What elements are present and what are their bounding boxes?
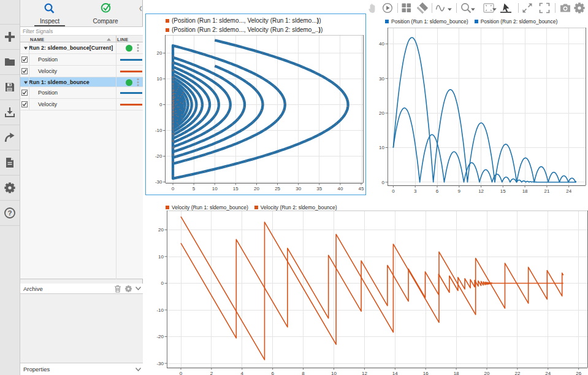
svg-text:4: 4: [241, 371, 244, 375]
svg-text:2: 2: [210, 371, 213, 375]
svg-text:20: 20: [484, 371, 490, 375]
svg-text:10: 10: [331, 371, 337, 375]
svg-text:24: 24: [566, 188, 571, 194]
svg-text:40: 40: [379, 41, 384, 47]
svg-text:-30: -30: [156, 361, 164, 366]
svg-text:12: 12: [362, 371, 367, 375]
svg-text:26: 26: [576, 371, 581, 375]
svg-text:0: 0: [161, 280, 164, 286]
svg-text:0: 0: [382, 180, 385, 185]
svg-text:8: 8: [302, 371, 305, 375]
svg-text:0: 0: [392, 188, 395, 194]
svg-text:15: 15: [500, 188, 506, 194]
svg-text:30: 30: [379, 76, 384, 82]
svg-text:6: 6: [271, 371, 274, 375]
svg-text:20: 20: [158, 227, 164, 233]
svg-text:18: 18: [454, 371, 459, 375]
svg-text:10: 10: [379, 145, 384, 150]
svg-text:22: 22: [514, 371, 520, 375]
svg-text:21: 21: [544, 188, 549, 194]
svg-text:-10: -10: [156, 307, 164, 313]
svg-text:24: 24: [545, 371, 551, 375]
svg-text:9: 9: [458, 188, 461, 194]
svg-text:10: 10: [158, 254, 164, 260]
svg-text:3: 3: [414, 188, 417, 194]
svg-text:18: 18: [522, 188, 528, 194]
svg-text:16: 16: [423, 371, 429, 375]
svg-text:20: 20: [379, 110, 384, 116]
svg-text:6: 6: [436, 188, 439, 194]
svg-text:0: 0: [180, 371, 183, 375]
svg-text:-20: -20: [156, 334, 164, 339]
svg-text:12: 12: [478, 188, 484, 194]
svg-text:14: 14: [392, 371, 398, 375]
svg-text:?: ?: [7, 209, 12, 217]
